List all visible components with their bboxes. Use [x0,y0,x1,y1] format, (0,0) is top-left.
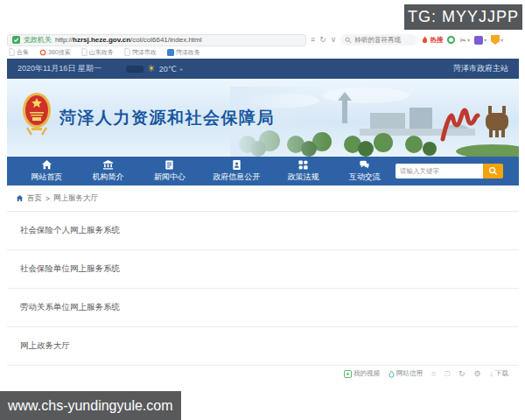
flame-icon [422,36,428,44]
nav-item-home[interactable]: 网站首页 [16,159,77,183]
news-icon [164,159,175,171]
page-icon [81,48,88,56]
service-link-employer-insurance[interactable]: 社会保险单位网上服务系统 [7,250,519,289]
bank-icon [102,159,114,171]
bookmark-item[interactable]: 菏泽政务 [167,48,200,57]
breadcrumb-current: 网上服务大厅 [53,193,98,204]
shield-status-icon[interactable]: ○ [431,370,436,378]
site-title: 菏泽人力资源和社会保障局 [60,107,275,130]
browser-window: 党政机关 http://hzrsj.heze.gov.cn/col/col664… [7,33,519,382]
gov-verified-icon [12,36,20,44]
four-squares-icon [298,159,309,171]
main-nav: 网站首页 机构简介 新闻中心 政府信息公开 [7,157,519,186]
history-icon[interactable]: ↻ [458,370,466,378]
extension-icon[interactable]: ▾ [474,36,486,45]
site-search [396,164,503,178]
nav-item-info-disclosure[interactable]: 政府信息公开 [200,159,272,183]
water-drop-icon [388,370,395,378]
browser-search-box[interactable]: 聆听的音符再现 [340,34,417,46]
browser-statusbar: 我的视频 网站信用 ○ □ ↻ ⚙ ↓ 下载 [7,366,519,382]
site-url-watermark: www.chs-yundingyule.com [0,391,181,420]
page-icon [124,48,130,56]
date-text: 2020年11月16日 星期一 [18,63,102,74]
document-person-icon [231,159,242,171]
nav-item-interaction[interactable]: 互动交流 [334,159,396,183]
screenshot-tool-icon[interactable]: ✂▾ [459,36,470,45]
blue-site-icon [167,49,174,56]
weather-more-icon[interactable]: ▸ [180,66,183,72]
hot-search-button[interactable]: 热搜 [422,36,443,45]
home-icon [41,159,52,171]
gov-verified-label: 党政机关 [24,35,52,45]
download-arrow-icon: ↓ [490,370,494,378]
bookmark-item[interactable]: 合集 [9,48,29,57]
dropdown-chevron-icon[interactable]: ∨ [331,36,337,44]
tg-watermark: TG: MYYJJPP [404,4,522,30]
breadcrumb: 首页 > 网上服务大厅 [7,186,519,212]
bookmarks-bar: 合集 360搜索 山东政务 菏泽市政 菏泽政务 [7,46,519,58]
site-search-button[interactable] [483,164,503,178]
feedback-icon[interactable]: □ [444,370,449,378]
weather-city-tag [126,66,144,73]
nav-item-news[interactable]: 新闻中心 [139,159,200,183]
address-bar[interactable]: 党政机关 http://hzrsj.heze.gov.cn/col/col664… [7,34,306,46]
nav-item-policies[interactable]: 政策法规 [272,159,333,183]
my-video-button[interactable]: 我的视频 [344,369,380,378]
breadcrumb-home[interactable]: 首页 [27,193,42,204]
reading-mode-icon[interactable]: ≡ [311,36,315,44]
service-link-labor-relations[interactable]: 劳动关系单位网上服务系统 [7,289,519,327]
nav-item-about[interactable]: 机构简介 [77,159,138,183]
temperature-text: 20℃ [159,65,177,74]
chat-bubbles-icon [359,159,370,171]
search-icon [488,166,498,176]
site-search-input[interactable] [396,164,483,178]
site-topbar: 2020年11月16日 星期一 ☀ 20℃ ▸ 菏泽市政府主站 [7,59,519,79]
hot-search-keyword: 聆听的音符再现 [354,36,401,45]
security-shield-icon[interactable]: ▾ [491,35,503,45]
video-play-icon [344,370,352,378]
bookmark-item[interactable]: 山东政务 [81,48,114,57]
page-icon [9,48,15,56]
breadcrumb-separator: > [46,194,50,203]
site-banner: 菏泽人力资源和社会保障局 [7,79,519,157]
browser-address-row: 党政机关 http://hzrsj.heze.gov.cn/col/col664… [7,33,519,46]
service-link-personal-insurance[interactable]: 社会保险个人网上服务系统 [7,212,519,250]
home-icon [16,194,24,202]
refresh-icon[interactable]: ↻ [319,36,326,44]
settings-icon[interactable]: ⚙ [473,370,480,378]
gov-portal-link[interactable]: 菏泽市政府主站 [453,63,508,74]
national-emblem [21,91,52,138]
360-search-icon [39,49,46,56]
site-credit-button[interactable]: 网站信用 [388,369,423,378]
bookmark-item[interactable]: 菏泽市政 [124,48,157,57]
service-link-online-hall[interactable]: 网上政务大厅 [7,327,519,366]
service-list: 社会保险个人网上服务系统 社会保险单位网上服务系统 劳动关系单位网上服务系统 网… [7,212,519,366]
weather-widget: ☀ 20℃ ▸ [126,64,183,74]
search-icon [345,37,352,44]
page-url: http://hzrsj.heze.gov.cn/col/col6641/ind… [55,36,202,44]
sun-icon: ☀ [147,64,156,74]
bookmark-item[interactable]: 360搜索 [39,48,71,57]
download-button[interactable]: ↓ 下载 [490,369,509,378]
screenshot-root: TG: MYYJJPP 党政机关 http://hzrsj.heze.gov.c… [0,0,525,420]
wuhen-mode-icon[interactable] [447,36,455,44]
